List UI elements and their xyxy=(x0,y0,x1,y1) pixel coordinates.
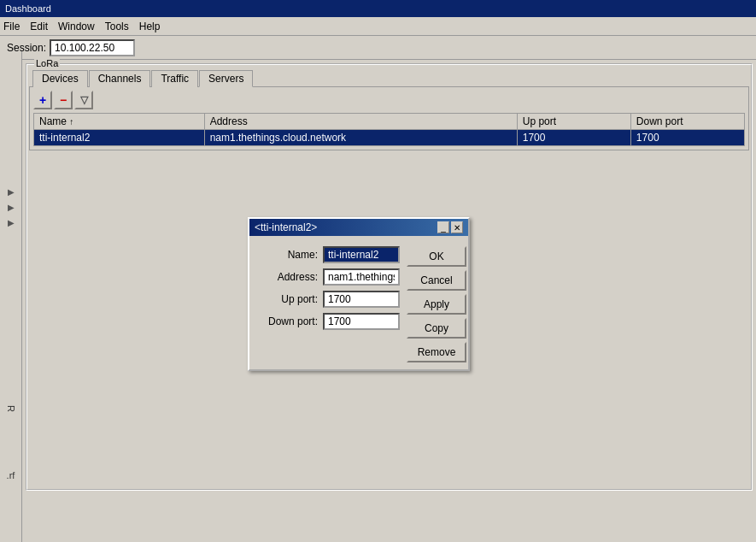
tab-channels[interactable]: Channels xyxy=(89,70,151,87)
dialog-action-buttons: OK Cancel Apply Copy Remove xyxy=(407,246,466,362)
left-panel: ▶ ▶ ▶ R .rf xyxy=(0,51,22,542)
form-row-upport: Up port: xyxy=(256,291,400,308)
menu-edit[interactable]: Edit xyxy=(30,21,48,32)
apply-button[interactable]: Apply xyxy=(407,294,466,315)
dialog-minimize-button[interactable]: _ xyxy=(437,221,449,233)
dialog-titlebar: <tti-internal2> _ ✕ xyxy=(249,219,468,236)
dialog-close-button[interactable]: ✕ xyxy=(451,221,463,233)
cell-name: tti-internal2 xyxy=(34,130,205,146)
title-text: Dashboard xyxy=(5,3,51,14)
field-input-downport[interactable] xyxy=(323,313,400,330)
menu-help[interactable]: Help xyxy=(139,21,161,32)
cell-upport: 1700 xyxy=(517,130,630,146)
ok-button[interactable]: OK xyxy=(407,246,466,267)
field-input-name[interactable] xyxy=(323,246,400,263)
tab-content-servers: + − ▽ Name ↑ Address xyxy=(29,86,749,150)
menu-bar: File Edit Window Tools Help xyxy=(0,17,756,36)
field-label-address: Address: xyxy=(256,271,318,283)
col-header-address: Address xyxy=(204,114,517,130)
tab-servers[interactable]: Servers xyxy=(199,70,253,87)
remove-server-button[interactable]: − xyxy=(54,91,73,109)
dialog-body: Name: Address: Up port: Down port: xyxy=(249,236,468,369)
sort-arrow-name: ↑ xyxy=(69,117,73,127)
cell-address: nam1.thethings.cloud.network xyxy=(204,130,517,146)
right-label-rf: .rf xyxy=(7,470,15,480)
dialog-form: Name: Address: Up port: Down port: xyxy=(256,246,400,362)
lora-panel: LoRa Devices Channels Traffic Servers + … xyxy=(26,63,753,491)
dialog-title: <tti-internal2> xyxy=(255,221,317,233)
col-header-name: Name ↑ xyxy=(34,114,205,130)
col-header-downport: Down port xyxy=(630,114,744,130)
title-bar: Dashboard xyxy=(0,0,756,17)
tab-traffic[interactable]: Traffic xyxy=(151,70,198,87)
add-server-button[interactable]: + xyxy=(33,91,52,109)
cell-downport: 1700 xyxy=(630,130,744,146)
field-input-address[interactable] xyxy=(323,268,400,286)
copy-button[interactable]: Copy xyxy=(407,318,466,339)
left-arrow-1[interactable]: ▶ xyxy=(8,188,15,197)
edit-server-dialog: <tti-internal2> _ ✕ Name: xyxy=(248,217,470,371)
form-row-address: Address: xyxy=(256,268,400,286)
form-row-name: Name: xyxy=(256,246,400,263)
right-label-r[interactable]: R xyxy=(6,405,16,412)
filter-button[interactable]: ▽ xyxy=(74,91,93,109)
remove-button[interactable]: Remove xyxy=(407,342,466,362)
tab-devices[interactable]: Devices xyxy=(32,70,88,87)
servers-table: Name ↑ Address Up port Down port xyxy=(33,113,745,146)
left-arrow-3[interactable]: ▶ xyxy=(8,219,15,227)
table-row[interactable]: tti-internal2 nam1.thethings.cloud.netwo… xyxy=(34,130,745,146)
field-label-downport: Down port: xyxy=(256,315,318,327)
cancel-button[interactable]: Cancel xyxy=(407,270,466,291)
main-content: LoRa Devices Channels Traffic Servers + … xyxy=(22,63,756,491)
session-input[interactable] xyxy=(50,39,135,56)
toolbar: + − ▽ xyxy=(33,91,745,109)
field-label-upport: Up port: xyxy=(256,293,318,305)
col-header-upport: Up port xyxy=(517,114,630,130)
dialog-titlebar-buttons: _ ✕ xyxy=(437,221,463,233)
menu-tools[interactable]: Tools xyxy=(105,21,129,32)
session-bar: Session: xyxy=(0,36,756,60)
tab-bar: Devices Channels Traffic Servers xyxy=(32,70,749,87)
left-arrow-2[interactable]: ▶ xyxy=(8,203,15,212)
form-row-downport: Down port: xyxy=(256,313,400,330)
lora-label: LoRa xyxy=(34,58,60,68)
field-input-upport[interactable] xyxy=(323,291,400,308)
menu-file[interactable]: File xyxy=(3,21,20,32)
field-label-name: Name: xyxy=(256,249,318,261)
menu-window[interactable]: Window xyxy=(58,21,95,32)
